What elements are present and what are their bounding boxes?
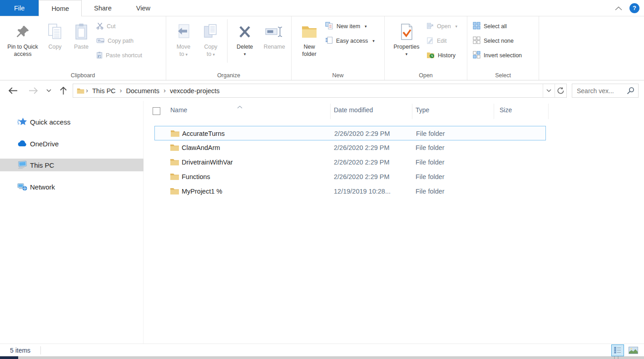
- folder-icon: [170, 173, 179, 182]
- select-all-icon: [473, 22, 481, 31]
- sidebar-item-network[interactable]: Network: [0, 180, 144, 193]
- copy-to-button[interactable]: Copy to▾: [197, 16, 224, 58]
- recent-locations-chevron-icon[interactable]: [46, 89, 51, 92]
- address-folder-icon: [73, 88, 84, 94]
- search-input[interactable]: [572, 87, 626, 95]
- main-content: Quick access OneDrive: [0, 101, 644, 344]
- delete-button[interactable]: Delete ▾: [230, 16, 259, 57]
- status-divider: [40, 346, 41, 354]
- properties-button[interactable]: Properties ▾: [388, 16, 425, 57]
- address-dropdown-chevron-icon[interactable]: [543, 84, 555, 97]
- paste-shortcut-button[interactable]: Paste shortcut: [94, 50, 159, 61]
- column-header-type[interactable]: Type: [416, 106, 429, 114]
- breadcrumb-chevron-icon[interactable]: ›: [162, 86, 167, 94]
- taskbar-edge: [0, 356, 644, 359]
- tab-share[interactable]: Share: [82, 0, 124, 16]
- tab-home[interactable]: Home: [39, 0, 82, 16]
- search-icon[interactable]: [626, 87, 638, 95]
- easy-access-button[interactable]: Easy access ▾: [323, 35, 379, 46]
- move-to-button[interactable]: Move to▾: [170, 16, 197, 58]
- select-none-icon: [473, 36, 481, 45]
- pin-to-quick-access-button[interactable]: Pin to Quick access: [4, 16, 42, 58]
- group-label-clipboard: Clipboard: [0, 72, 166, 79]
- breadcrumb-chevron-icon[interactable]: ›: [119, 86, 124, 94]
- rename-icon: [265, 20, 284, 44]
- ribbon: Pin to Quick access Copy: [0, 16, 644, 80]
- column-divider[interactable]: [412, 104, 412, 119]
- easy-access-icon: [325, 36, 333, 45]
- details-view-button[interactable]: [611, 344, 624, 356]
- dropdown-caret-icon: ▾: [213, 52, 215, 57]
- taskbar-tick: [614, 356, 615, 359]
- back-button[interactable]: [8, 87, 18, 95]
- file-row-functions[interactable]: Functions 2/26/2020 2:29 PM File folder: [154, 170, 546, 184]
- sidebar-item-onedrive[interactable]: OneDrive: [0, 137, 144, 150]
- pushpin-icon: [15, 20, 30, 44]
- copy-icon: [47, 20, 63, 44]
- tab-view[interactable]: View: [124, 0, 163, 16]
- invert-selection-button[interactable]: Invert selection: [471, 50, 535, 61]
- column-header-date-modified[interactable]: Date modified: [334, 106, 373, 114]
- select-all-button[interactable]: Select all: [471, 21, 535, 32]
- dropdown-caret-icon: ▾: [456, 24, 458, 29]
- folder-icon: [170, 187, 179, 196]
- ribbon-group-open: Properties ▾ Open ▾: [385, 16, 467, 80]
- address-bar[interactable]: › This PC › Documents › vexcode-projects: [73, 84, 567, 98]
- edit-button[interactable]: Edit: [425, 35, 464, 46]
- forward-button[interactable]: [29, 87, 38, 95]
- breadcrumb-this-pc[interactable]: This PC: [89, 87, 119, 95]
- breadcrumb-chevron-icon: ›: [84, 86, 89, 94]
- search-box[interactable]: [572, 84, 639, 98]
- column-divider[interactable]: [330, 104, 331, 119]
- copy-path-button[interactable]: Copy path: [94, 35, 159, 46]
- column-header-size[interactable]: Size: [500, 106, 512, 114]
- file-list: Name Date modified Type Size AccurateTur…: [144, 101, 644, 344]
- column-headers: Name Date modified Type Size: [144, 103, 644, 119]
- file-row-myproject1[interactable]: MyProject1 % 12/19/2019 10:28... File fo…: [154, 184, 546, 199]
- up-button[interactable]: [59, 86, 67, 95]
- paste-shortcut-icon: [96, 51, 103, 60]
- ribbon-group-organize: Move to▾ Copy to▾ Delete ▾: [166, 16, 292, 80]
- copy-path-icon: [96, 37, 104, 45]
- file-explorer-window: File Home Share View ? Pin to Quick acce…: [0, 0, 644, 359]
- large-icons-view-button[interactable]: [628, 346, 639, 355]
- collapse-ribbon-icon[interactable]: [615, 4, 622, 12]
- open-button[interactable]: Open ▾: [425, 21, 464, 32]
- open-icon: [426, 22, 434, 31]
- new-item-button[interactable]: New item ▾: [323, 21, 379, 32]
- copy-button[interactable]: Copy: [42, 16, 68, 51]
- column-header-name[interactable]: Name: [170, 106, 187, 114]
- group-label-organize: Organize: [166, 72, 291, 79]
- column-divider[interactable]: [494, 104, 494, 119]
- dropdown-caret-icon: ▾: [185, 52, 188, 57]
- new-folder-button[interactable]: New folder: [295, 16, 323, 58]
- cut-button[interactable]: Cut: [94, 21, 159, 32]
- rename-button[interactable]: Rename: [259, 16, 289, 51]
- copy-to-icon: [203, 20, 218, 44]
- sort-ascending-icon: [237, 103, 243, 110]
- tab-file[interactable]: File: [0, 0, 39, 16]
- group-label-new: New: [292, 72, 384, 79]
- sidebar-item-this-pc[interactable]: This PC: [0, 159, 144, 171]
- column-divider[interactable]: [548, 104, 549, 119]
- select-none-button[interactable]: Select none: [471, 35, 535, 46]
- sidebar-item-quick-access[interactable]: Quick access: [0, 115, 144, 128]
- quick-access-star-icon: [17, 117, 28, 126]
- help-icon[interactable]: ?: [629, 3, 639, 13]
- file-row-clawandarm[interactable]: ClawAndArm 2/26/2020 2:29 PM File folder: [154, 140, 546, 155]
- paste-button[interactable]: Paste: [68, 16, 94, 51]
- ribbon-group-new: New folder New item ▾: [292, 16, 385, 80]
- new-item-icon: [325, 22, 333, 31]
- new-folder-icon: [301, 20, 317, 44]
- refresh-icon[interactable]: [555, 84, 566, 97]
- group-label-open: Open: [385, 72, 467, 79]
- breadcrumb-vexcode-projects[interactable]: vexcode-projects: [167, 87, 223, 95]
- breadcrumb-documents[interactable]: Documents: [124, 87, 162, 95]
- network-icon: [17, 183, 28, 191]
- history-button[interactable]: History: [425, 50, 464, 61]
- select-all-checkbox[interactable]: [153, 107, 160, 115]
- move-to-icon: [176, 20, 191, 44]
- file-row-drivetrainwithvar[interactable]: DrivetrainWithVar 2/26/2020 2:29 PM File…: [154, 155, 546, 170]
- history-icon: [426, 51, 435, 60]
- file-row-accurateturns[interactable]: AccurateTurns 2/26/2020 2:29 PM File fol…: [154, 126, 546, 140]
